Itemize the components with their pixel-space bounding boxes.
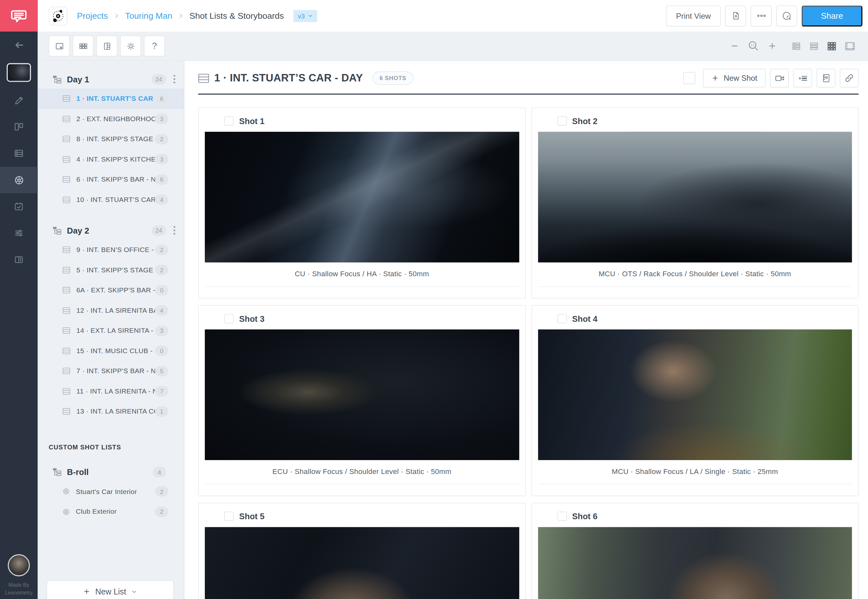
- zoom-in-button[interactable]: [768, 42, 776, 50]
- shot-checkbox[interactable]: [224, 314, 233, 324]
- settings-button[interactable]: [120, 36, 141, 57]
- shot-card[interactable]: Shot 2 MCU · OTS / Rack Focus / Shoulder…: [531, 107, 859, 298]
- sidebar-scene-item[interactable]: 4 · INT. SKIPP’S KITCHEN - NIG... 3: [38, 149, 184, 170]
- copy-link-button[interactable]: [840, 68, 859, 87]
- new-list-button[interactable]: New List: [47, 580, 174, 599]
- shot-specs: MCU · OTS / Rack Focus / Shoulder Level …: [538, 262, 852, 278]
- aperture-icon: [63, 488, 70, 495]
- user-avatar[interactable]: [8, 554, 30, 576]
- project-avatar[interactable]: [49, 6, 68, 25]
- nav-breakdowns-button[interactable]: [0, 140, 38, 167]
- shot-storyboard-image[interactable]: [205, 132, 519, 262]
- aspect-ratio-button[interactable]: [49, 36, 70, 57]
- shot-checkbox[interactable]: [557, 512, 567, 521]
- breadcrumb-current-page: Shot Lists & Storyboards: [190, 11, 284, 21]
- breadcrumb-projects-link[interactable]: Projects: [77, 11, 108, 21]
- group-more-options-icon[interactable]: [171, 226, 178, 235]
- sidebar-scene-item[interactable]: 5 · INT. SKIPP’S STAGE - NIGHT 2: [38, 260, 184, 280]
- scene-title: 1 · INT. STUART’S CAR - DAY: [214, 72, 363, 84]
- column-layout-icon: [102, 41, 111, 51]
- group-name: Day 1: [67, 74, 89, 84]
- breadcrumb: Projects Touring Man Shot Lists & Storyb…: [77, 10, 317, 22]
- shot-card-header: Shot 6: [538, 503, 852, 527]
- shot-card[interactable]: Shot 1 CU · Shallow Focus / HA · Static …: [198, 107, 526, 298]
- shot-checkbox[interactable]: [224, 512, 233, 521]
- back-arrow-button[interactable]: [0, 32, 38, 58]
- view-grid-button[interactable]: [826, 41, 837, 51]
- toolbar-left-group: ?: [49, 36, 165, 57]
- new-shot-button[interactable]: New Shot: [703, 68, 766, 87]
- chevron-right-icon: [113, 12, 120, 20]
- nav-reports-button[interactable]: [0, 247, 38, 273]
- sidebar-scene-item[interactable]: 1 · INT. STUART’S CAR - DAY 6: [38, 89, 184, 109]
- shot-checkbox[interactable]: [224, 116, 233, 126]
- version-badge[interactable]: v3: [293, 10, 317, 22]
- storyboard-notes-button[interactable]: [817, 68, 835, 87]
- select-all-checkbox[interactable]: [683, 72, 695, 84]
- column-layout-button[interactable]: [96, 36, 117, 57]
- sidebar-scene-item[interactable]: 2 · EXT. NEIGHBORHOOD - DAY 3: [38, 109, 184, 129]
- group-count-badge: 24: [152, 225, 166, 236]
- group-more-options-icon[interactable]: [171, 75, 178, 83]
- shot-checkbox[interactable]: [557, 116, 567, 126]
- sidebar-scene-item[interactable]: 14 · EXT. LA SIRENITA - NIGHT 3: [38, 321, 184, 341]
- custom-list-count-badge: 2: [155, 507, 168, 517]
- shot-card[interactable]: Shot 5: [198, 503, 526, 599]
- sidebar-scene-item[interactable]: 9 · INT. BEN’S OFFICE - NIGHT 2: [38, 240, 184, 260]
- shot-storyboard-image[interactable]: [205, 330, 519, 460]
- scene-label: 11 · INT. LA SIRENITA - NIGHT: [76, 387, 155, 395]
- view-list-thumbnails-button[interactable]: [791, 41, 802, 51]
- shot-storyboard-image[interactable]: [205, 527, 519, 599]
- sidebar-custom-list-item[interactable]: Stuart's Car Interior 2: [38, 482, 184, 502]
- scene-label: 6A · EXT. SKIPP’S BAR - NIGHT: [76, 286, 155, 294]
- calendar-check-icon: [14, 202, 24, 212]
- help-button[interactable]: ?: [144, 36, 165, 57]
- share-button[interactable]: Share: [802, 5, 862, 26]
- project-thumbnail-button[interactable]: [0, 58, 38, 87]
- shot-storyboard-image[interactable]: [538, 132, 852, 262]
- print-view-button[interactable]: Print View: [666, 5, 721, 26]
- sidebar-scene-item[interactable]: 6 · INT. SKIPP’S BAR - NIGHT 6: [38, 169, 184, 190]
- shot-card[interactable]: Shot 6: [531, 503, 859, 599]
- body-row: Day 1 24 1 · INT. STUART’S CAR - DAY 6 2…: [38, 61, 868, 599]
- nav-moodboards-button[interactable]: [0, 113, 38, 140]
- export-button[interactable]: [725, 5, 746, 26]
- nav-write-button[interactable]: [0, 87, 38, 113]
- group-header-day1[interactable]: Day 1 24: [38, 70, 184, 89]
- grid-layout-button[interactable]: [72, 36, 93, 57]
- breadcrumb-project-link[interactable]: Touring Man: [125, 11, 172, 21]
- shot-checkbox[interactable]: [557, 314, 567, 324]
- scene-count-badge: 0: [155, 346, 168, 357]
- book-info-icon: [14, 254, 24, 265]
- zoom-reset-button[interactable]: 1:1: [747, 40, 760, 52]
- scene-list-icon: [198, 73, 209, 83]
- camera-view-button[interactable]: [770, 68, 789, 87]
- shot-card[interactable]: Shot 3 ECU · Shallow Focus / Shoulder Le…: [198, 305, 526, 496]
- sidebar-scene-item[interactable]: 15 · INT. MUSIC CLUB - NIGHT 0: [38, 341, 184, 361]
- sidebar-scene-item[interactable]: 7 · INT. SKIPP’S BAR - NIGHT 5: [38, 361, 184, 381]
- shot-storyboard-image[interactable]: [538, 330, 852, 460]
- nav-calendar-button[interactable]: [0, 193, 38, 220]
- sidebar-scene-item[interactable]: 10 · INT. STUART’S CAR - NIGHT 4: [38, 190, 184, 210]
- sidebar-scene-item[interactable]: 6A · EXT. SKIPP’S BAR - NIGHT 0: [38, 280, 184, 301]
- group-header-broll[interactable]: B-roll 4: [38, 463, 184, 482]
- sidebar-custom-list-item[interactable]: Club Exterior 2: [38, 502, 184, 522]
- sidebar-scene-item[interactable]: 8 · INT. SKIPP’S STAGE - NIGHT 2: [38, 129, 184, 149]
- pencil-icon: [14, 96, 24, 105]
- view-rows-button[interactable]: [809, 41, 820, 51]
- add-rows-button[interactable]: [793, 68, 812, 87]
- group-header-day2[interactable]: Day 2 24: [38, 221, 184, 240]
- view-storyboard-button[interactable]: [844, 40, 856, 52]
- scene-count-badge: 0: [155, 285, 168, 296]
- nav-settings-button[interactable]: [0, 220, 38, 246]
- nav-shot-lists-button[interactable]: [0, 167, 38, 193]
- zoom-out-button[interactable]: [730, 42, 739, 50]
- sidebar-scene-item[interactable]: 13 · INT. LA SIRENITA CORRID... 1: [38, 401, 184, 421]
- shot-storyboard-image[interactable]: [538, 527, 852, 599]
- sidebar-scene-item[interactable]: 12 · INT. LA SIRENITA BATHRO... 4: [38, 301, 184, 321]
- sidebar-scene-item[interactable]: 11 · INT. LA SIRENITA - NIGHT 7: [38, 381, 184, 402]
- comments-button[interactable]: [776, 5, 797, 26]
- more-options-button[interactable]: [751, 5, 772, 26]
- studiobinder-logo[interactable]: [0, 0, 38, 32]
- shot-card[interactable]: Shot 4 MCU · Shallow Focus / LA / Single…: [531, 305, 859, 496]
